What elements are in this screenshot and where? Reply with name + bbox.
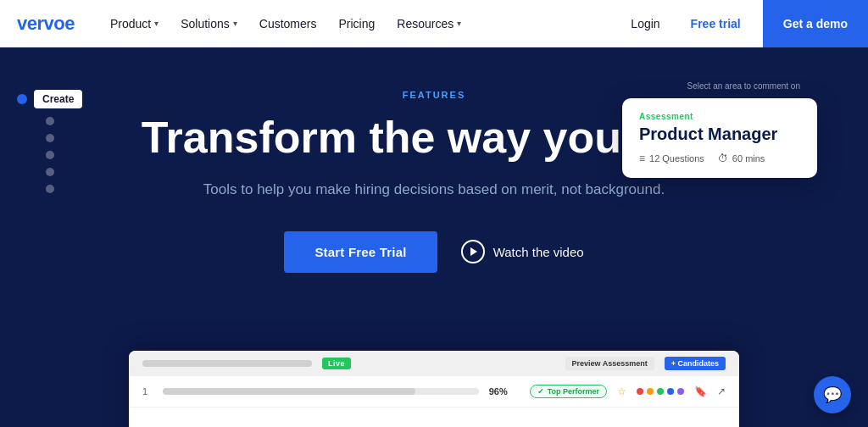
table-row: 1 96% ✓ Top Performer ☆ 🔖 ↗ [129, 376, 739, 408]
dot-inactive [46, 168, 54, 176]
dashboard-preview: Live Preview Assessment + Candidates 1 9… [129, 351, 739, 427]
top-performer-badge: ✓ Top Performer [530, 385, 607, 398]
dot-label-create: Create [34, 90, 82, 108]
dot-inactive [46, 185, 54, 193]
play-triangle [470, 247, 477, 256]
chevron-down-icon: ▾ [154, 19, 159, 28]
navbar: vervoe Product ▾ Solutions ▾ Customers P… [0, 0, 868, 47]
watch-video-button[interactable]: Watch the video [461, 240, 584, 263]
free-trial-link[interactable]: Free trial [682, 12, 749, 36]
assessment-type-label: Assessment [639, 112, 800, 121]
play-icon [461, 240, 485, 263]
row-number: 1 [142, 386, 153, 396]
nav-links: Product ▾ Solutions ▾ Customers Pricing … [102, 12, 622, 36]
dashboard-topbar: Live Preview Assessment + Candidates [129, 351, 739, 376]
color-dot-purple [677, 388, 684, 395]
side-dots: Create [17, 90, 82, 193]
chevron-down-icon: ▾ [457, 19, 461, 28]
bar-placeholder [142, 360, 312, 367]
dot-item-1[interactable]: Create [17, 90, 82, 108]
dot-item-3[interactable] [46, 134, 54, 142]
logo[interactable]: vervoe [17, 13, 75, 35]
assessment-card: Assessment Product Manager ≡ 12 Question… [622, 98, 817, 178]
hero-section: Create FEATURES Transform the way you hi… [0, 47, 868, 427]
nav-label-customers: Customers [259, 17, 317, 30]
dot-item-5[interactable] [46, 168, 54, 176]
color-dot-red [637, 388, 643, 395]
assessment-title: Product Manager [639, 125, 800, 144]
nav-label-pricing: Pricing [338, 17, 375, 30]
hero-cta: Start Free Trial Watch the video [142, 231, 727, 273]
nav-item-resources[interactable]: Resources ▾ [388, 12, 470, 36]
color-dot-blue [667, 388, 674, 395]
time-meta: ⏱ 60 mins [718, 152, 765, 164]
score-bar-wrap [163, 388, 479, 395]
candidates-button[interactable]: + Candidates [665, 357, 726, 370]
dot-item-4[interactable] [46, 151, 54, 159]
login-link[interactable]: Login [622, 12, 668, 36]
select-comment-label: Select an area to comment on [687, 81, 800, 91]
assessment-meta: ≡ 12 Questions ⏱ 60 mins [639, 152, 800, 164]
checkmark-icon: ✓ [537, 387, 544, 396]
color-dot-yellow [647, 388, 654, 395]
chat-bubble-button[interactable]: 💬 [814, 376, 851, 413]
chevron-down-icon: ▾ [233, 19, 237, 28]
top-performer-label: Top Performer [548, 387, 599, 396]
time-label: 60 mins [732, 153, 765, 164]
color-dots [637, 388, 684, 395]
share-icon: ↗ [717, 385, 726, 397]
preview-assessment-button[interactable]: Preview Assessment [565, 357, 654, 370]
logo-text: vervoe [17, 13, 75, 34]
live-badge: Live [322, 358, 351, 369]
clock-icon: ⏱ [718, 152, 728, 164]
hero-subtitle: Tools to help you make hiring decisions … [142, 179, 727, 201]
star-icon: ☆ [617, 385, 626, 397]
nav-item-pricing[interactable]: Pricing [330, 12, 383, 36]
nav-item-solutions[interactable]: Solutions ▾ [172, 12, 246, 36]
questions-icon: ≡ [639, 152, 645, 164]
chat-icon: 💬 [823, 385, 842, 404]
nav-item-customers[interactable]: Customers [251, 12, 326, 36]
nav-label-resources: Resources [397, 17, 453, 30]
dot-item-2[interactable] [46, 117, 54, 125]
nav-label-solutions: Solutions [181, 17, 230, 30]
bookmark-icon: 🔖 [694, 385, 707, 397]
score-bar [163, 388, 415, 395]
nav-item-product[interactable]: Product ▾ [102, 12, 167, 36]
get-demo-button[interactable]: Get a demo [763, 0, 868, 47]
questions-meta: ≡ 12 Questions [639, 152, 704, 164]
dot-inactive [46, 117, 54, 125]
watch-video-label: Watch the video [493, 245, 584, 259]
questions-label: 12 Questions [649, 153, 704, 164]
dot-active [17, 94, 27, 104]
start-free-trial-button[interactable]: Start Free Trial [284, 231, 437, 273]
nav-right: Login Free trial Get a demo [622, 0, 851, 47]
dot-inactive [46, 134, 54, 142]
nav-label-product: Product [110, 17, 151, 30]
dot-item-6[interactable] [46, 185, 54, 193]
dot-inactive [46, 151, 54, 159]
score-percentage: 96% [489, 386, 520, 396]
color-dot-green [657, 388, 664, 395]
